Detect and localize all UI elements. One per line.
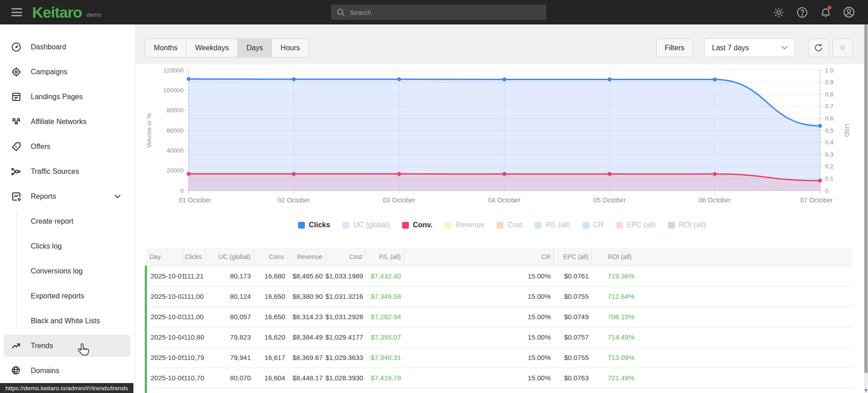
sidebar-item-trends[interactable]: Trends: [0, 333, 135, 358]
search-input[interactable]: Search: [331, 5, 546, 20]
legend-item-roi-all[interactable]: ROI (all): [668, 221, 706, 229]
column-header-uc-global[interactable]: UC (global): [205, 248, 254, 266]
data-point[interactable]: [292, 77, 296, 81]
scrollbar-down-arrow[interactable]: ▼: [864, 388, 868, 393]
sidebar-item-dashboard[interactable]: Dashboard: [0, 34, 135, 59]
sidebar-item-exported-reports[interactable]: Exported reports: [0, 283, 135, 308]
chevron-down-icon: [114, 194, 121, 198]
legend-swatch: [668, 222, 675, 229]
table-cell: 2025-10-07: [146, 388, 184, 393]
data-point[interactable]: [187, 77, 191, 81]
table-row[interactable]: 2025-10-03111,0080,05716,650$8,314.23$1,…: [146, 307, 853, 327]
data-point[interactable]: [607, 172, 612, 176]
sidebar-item-label: Domains: [31, 367, 59, 375]
x-axis-label: 05 October: [593, 196, 626, 204]
column-header-clicks[interactable]: Clicks: [184, 248, 205, 266]
table-row[interactable]: 2025-10-02111,0080,12416,650$8,380.90$1,…: [146, 286, 853, 307]
column-header-roi-all[interactable]: ROI (all): [592, 248, 853, 266]
toolbar-controls: Filters Last 7 days: [656, 38, 853, 57]
filters-button[interactable]: Filters: [656, 38, 693, 57]
data-point[interactable]: [713, 77, 717, 81]
sidebar-item-black-white-lists[interactable]: Black and White Lists: [0, 308, 135, 333]
legend-item-epc-all[interactable]: EPC (all): [616, 221, 656, 229]
sidebar-item-traffic-sources[interactable]: Traffic Sources: [0, 159, 135, 184]
tab-days[interactable]: Days: [238, 39, 272, 57]
table-row[interactable]: 2025-10-05110,7979,94116,617$8,369.67$1,…: [146, 347, 853, 368]
table-cell: 15.00%: [404, 286, 554, 307]
sidebar-item-clicks-log[interactable]: Clicks log: [0, 234, 135, 259]
data-point[interactable]: [397, 172, 401, 176]
data-point[interactable]: [713, 172, 717, 176]
tab-weekdays[interactable]: Weekdays: [186, 39, 237, 57]
table-row[interactable]: 2025-10-04110,8079,82316,620$8,384.49$1,…: [146, 327, 853, 347]
hamburger-menu-icon[interactable]: [11, 8, 22, 16]
left-axis-tick-label: 20000: [166, 167, 184, 174]
user-avatar-icon[interactable]: [843, 6, 855, 19]
data-point[interactable]: [503, 172, 507, 176]
column-header-revenue[interactable]: Revenue: [288, 248, 326, 266]
legend-item-revenue[interactable]: Revenue: [445, 221, 484, 229]
reports-submenu: Create report Clicks log Conversions log…: [0, 209, 135, 333]
chart-settings-button[interactable]: [832, 38, 853, 57]
legend-swatch: [445, 222, 451, 229]
table-cell: $7,349.58: [365, 286, 404, 307]
column-header-cr[interactable]: CR: [404, 248, 554, 266]
date-range-value: Last 7 days: [712, 44, 749, 52]
column-header-day[interactable]: Day: [146, 248, 184, 266]
sidebar-item-conversions-log[interactable]: Conversions log: [0, 259, 135, 283]
column-header-cost[interactable]: Cost: [326, 248, 365, 266]
table-row[interactable]: 2025-10-01111,2180,17316,680$8,465.60$1,…: [146, 266, 853, 286]
notifications-bell-icon[interactable]: [819, 6, 832, 19]
column-header-conv[interactable]: Conv.: [254, 248, 288, 266]
data-point[interactable]: [397, 77, 401, 81]
sidebar-item-reports[interactable]: Reports: [0, 184, 135, 209]
legend-swatch: [616, 222, 623, 229]
keitaro-logo[interactable]: Keitaro: [32, 4, 82, 21]
left-axis-tick-label: 80000: [166, 107, 184, 114]
legend-item-cost[interactable]: Cost: [497, 221, 522, 229]
table-cell: 16,650: [254, 286, 288, 307]
legend-item-cr[interactable]: CR: [583, 221, 604, 229]
data-point[interactable]: [292, 172, 296, 176]
help-icon[interactable]: [796, 6, 808, 19]
sidebar-item-domains[interactable]: Domains: [0, 358, 135, 383]
tab-months[interactable]: Months: [145, 39, 186, 57]
left-axis-title: Volume or %: [146, 113, 152, 148]
right-axis-tick-label: 0.3: [825, 151, 834, 158]
table-cell: 721.49%: [592, 368, 853, 388]
tab-hours[interactable]: Hours: [272, 39, 308, 57]
left-axis-tick-label: 0: [180, 187, 184, 194]
table-cell: 80,173: [205, 266, 254, 286]
sidebar-item-landings-pages[interactable]: Landings Pages: [0, 84, 135, 109]
vertical-scrollbar[interactable]: ▼: [864, 24, 868, 393]
legend-item-conv[interactable]: Conv.: [402, 221, 432, 229]
sidebar-item-campaigns[interactable]: Campaigns: [0, 59, 135, 84]
legend-item-p-l-all[interactable]: P/L (all): [535, 221, 570, 229]
table-row[interactable]: 2025-10-06110,7080,07016,604$8,448.17$1,…: [146, 368, 853, 388]
right-axis-tick-label: 0.2: [825, 163, 834, 170]
trends-line-chart[interactable]: 02000040000600008000010000012000000.10.2…: [145, 64, 853, 214]
table-cell: 110,80: [184, 327, 205, 347]
column-header-p-l-all[interactable]: P/L (all): [365, 248, 404, 266]
sidebar-item-affiliate-networks[interactable]: Affiliate Networks: [0, 109, 135, 134]
legend-item-clicks[interactable]: Clicks: [298, 221, 330, 229]
refresh-button[interactable]: [808, 38, 829, 57]
table-row[interactable]: 2025-10-0744,4844,4576,648$4,093.94$527.…: [146, 388, 853, 393]
column-header-epc-all[interactable]: EPC (all): [554, 248, 592, 266]
date-range-select[interactable]: Last 7 days: [704, 38, 795, 57]
data-point[interactable]: [818, 124, 822, 128]
sidebar-item-offers[interactable]: s Offers: [0, 134, 135, 159]
legend-swatch: [583, 222, 589, 229]
sidebar-item-create-report[interactable]: Create report: [0, 209, 135, 234]
data-point[interactable]: [818, 179, 822, 183]
scrollbar-thumb[interactable]: [864, 24, 868, 373]
legend-item-uc-global[interactable]: UC (global): [342, 221, 390, 229]
legend-label: EPC (all): [627, 221, 656, 229]
sidebar-item-label: Dashboard: [31, 43, 66, 51]
data-point[interactable]: [503, 77, 507, 81]
right-axis-tick-label: 0.9: [825, 79, 834, 86]
settings-gear-icon[interactable]: [772, 6, 785, 19]
data-point[interactable]: [187, 172, 191, 176]
left-axis-tick-label: 100000: [163, 87, 184, 94]
data-point[interactable]: [607, 77, 612, 81]
